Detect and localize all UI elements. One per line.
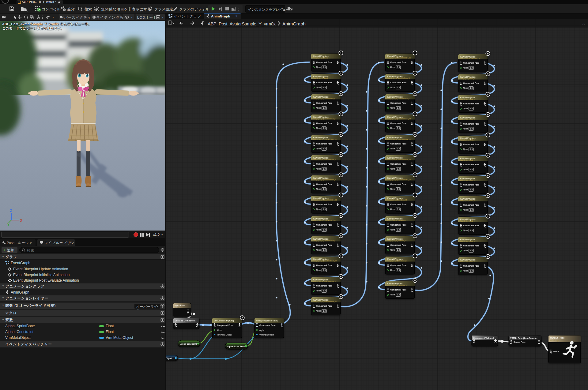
- svg-text:Z: Z: [10, 209, 12, 212]
- svg-text:Alpha: Alpha: [316, 66, 321, 69]
- svg-text:Root_J_Sec_L_SkirtBack_01: Root_J_Sec_L_SkirtBack_01: [387, 199, 407, 201]
- svg-text:1.0: 1.0: [470, 209, 473, 211]
- svg-text:Alpha: Alpha: [390, 148, 395, 150]
- svg-text:Alpha: Alpha: [390, 168, 395, 170]
- svg-text:Root_J_Sec_Hair1_07: Root_J_Sec_Hair1_07: [460, 179, 476, 181]
- svg-text:Root_J_Sec_Hair1_02: Root_J_Sec_Hair1_02: [460, 139, 476, 141]
- svg-text:Component Pose: Component Pose: [390, 61, 407, 64]
- svg-text:Alpha: Alpha: [390, 208, 395, 211]
- svg-text:1.0: 1.0: [470, 270, 473, 272]
- svg-text:Component Pose: Component Pose: [390, 143, 407, 145]
- svg-text:1.0: 1.0: [397, 269, 400, 271]
- svg-text:Component Pose: Component Pose: [316, 122, 333, 125]
- svg-text:Root_J_Sec_R_CoatSkirtFront_01: Root_J_Sec_R_CoatSkirtFront_01: [313, 179, 337, 181]
- svg-text:Alpha: Alpha: [390, 229, 395, 231]
- svg-text:Root_J_Sec_L_CoatSkirtFront_01: Root_J_Sec_L_CoatSkirtFront_01: [313, 118, 336, 120]
- svg-text:Alpha: Alpha: [463, 107, 468, 110]
- svg-text:1.0: 1.0: [470, 189, 473, 191]
- svg-text:Root_J_Sec_L_SkirtSide_01: Root_J_Sec_L_SkirtSide_01: [387, 240, 407, 242]
- svg-text:ABP_Post_AvatarSample_Y_vrm0x: ABP_Post_AvatarSample_Y_vrm0x: [208, 21, 276, 26]
- svg-text:Alpha: Alpha: [390, 294, 395, 296]
- svg-text:Local To Component: Local To Component: [175, 320, 196, 322]
- svg-text:Root_J_Sec_L_CoatSkirtSide1_01: Root_J_Sec_L_CoatSkirtSide1_01: [313, 138, 337, 140]
- svg-text:Object: Object: [166, 357, 172, 360]
- svg-text:Component Pose: Component Pose: [316, 163, 333, 165]
- svg-text:Alpha: Alpha: [316, 229, 321, 231]
- svg-text:Component Pose: Component Pose: [463, 204, 480, 206]
- svg-text:Component Pose: Component Pose: [316, 244, 333, 246]
- svg-text:Alpha: Alpha: [463, 209, 468, 211]
- svg-text:1.0: 1.0: [397, 66, 400, 68]
- svg-text:1.0: 1.0: [323, 168, 326, 170]
- svg-text:Root_J_Sec_L_CoatSkirtFront_03: Root_J_Sec_L_CoatSkirtFront_03: [387, 98, 410, 99]
- svg-text:VRM4U Pose (Auto Search): VRM4U Pose (Auto Search): [510, 337, 537, 339]
- svg-text:1.0: 1.0: [397, 86, 400, 88]
- svg-text:Source Pose: Source Pose: [514, 341, 526, 343]
- svg-text:Component Pose: Component Pose: [463, 62, 480, 64]
- svg-text:Component Pose: Component Pose: [316, 305, 333, 307]
- svg-text:Component Pose: Component Pose: [390, 122, 407, 125]
- svg-text:Component Pose: Component Pose: [316, 81, 333, 84]
- svg-text:Alpha: Alpha: [316, 107, 321, 109]
- svg-text:Alpha: Alpha: [390, 188, 395, 190]
- svg-text:Root_J_Sec_Hair1_06: Root_J_Sec_Hair1_06: [460, 200, 476, 201]
- svg-text:1.0: 1.0: [323, 249, 326, 251]
- svg-text:Component Pose: Component Pose: [390, 81, 407, 84]
- svg-text:1.0: 1.0: [470, 87, 473, 89]
- svg-text:Alpha: Alpha: [390, 249, 395, 251]
- svg-text:Vrm Meta Object: Vrm Meta Object: [259, 334, 274, 336]
- svg-text:Alpha: Alpha: [316, 310, 321, 312]
- svg-text:Component Pose: Component Pose: [463, 184, 480, 186]
- svg-text:Alpha: Alpha: [463, 229, 468, 232]
- svg-text:Root_J_Sec_R_SkirtBack_01: Root_J_Sec_R_SkirtBack_01: [387, 260, 407, 262]
- svg-text:Alpha: Alpha: [316, 290, 321, 292]
- svg-text:Alpha Sprint Bone: Alpha Sprint Bone: [227, 345, 245, 348]
- svg-text:Component Pose: Component Pose: [390, 163, 407, 165]
- svg-text:Alpha: Alpha: [463, 87, 468, 89]
- svg-text:ス: ス: [582, 22, 585, 25]
- svg-text:Root_J_Sec_L_CoatSkirtFront_02: Root_J_Sec_L_CoatSkirtFront_02: [313, 240, 336, 242]
- svg-text:Component Pose: Component Pose: [316, 264, 333, 267]
- svg-text:Root_J_Sec_R_SkirtFront_01: Root_J_Sec_R_SkirtFront_01: [387, 284, 408, 286]
- svg-text:1.0: 1.0: [470, 128, 473, 130]
- svg-text:Alpha: Alpha: [463, 67, 468, 69]
- svg-text:Component Pose: Component Pose: [390, 183, 407, 186]
- svg-text:Component Pose: Component Pose: [463, 163, 480, 166]
- svg-text:Component Pose: Component Pose: [316, 224, 333, 226]
- svg-text:Result: Result: [553, 351, 560, 353]
- svg-text:Alpha: Alpha: [463, 168, 468, 171]
- svg-text:1.0: 1.0: [470, 168, 473, 171]
- svg-text:Alpha: Alpha: [463, 249, 468, 252]
- svg-text:Root_J_Sec_L_CoatSkirtBack_01: Root_J_Sec_L_CoatSkirtBack_01: [313, 98, 336, 99]
- svg-text:1.0: 1.0: [397, 188, 400, 190]
- svg-text:Vrm Meta Object: Vrm Meta Object: [217, 334, 232, 336]
- svg-text:1.0: 1.0: [397, 229, 400, 231]
- svg-text:InPose: InPose: [175, 306, 179, 308]
- svg-text:Alpha: Alpha: [316, 208, 321, 211]
- svg-text:Alpha: Alpha: [316, 269, 321, 272]
- svg-text:Alpha: Alpha: [390, 107, 395, 109]
- svg-text:Alpha Constraint: Alpha Constraint: [180, 343, 197, 345]
- svg-text:Component Pose: Component Pose: [463, 224, 480, 227]
- svg-text:Y: Y: [7, 223, 9, 227]
- svg-text:Root_J_Sec_R_CoatSkirtSide1_03: Root_J_Sec_R_CoatSkirtSide1_03: [387, 179, 411, 181]
- svg-text:1.0: 1.0: [323, 208, 326, 210]
- svg-text:Component Pose: Component Pose: [259, 324, 276, 327]
- svg-text:1.0: 1.0: [470, 229, 473, 231]
- svg-text:1.0: 1.0: [470, 148, 473, 150]
- svg-text:Root_J_Sec_R_Bust1: Root_J_Sec_R_Bust1: [313, 77, 328, 79]
- svg-text:Alpha: Alpha: [390, 66, 395, 69]
- svg-text:1.0: 1.0: [470, 249, 473, 252]
- svg-text:Alpha: Alpha: [316, 249, 321, 251]
- svg-text:Alpha: Alpha: [217, 329, 222, 332]
- svg-text:Alpha: Alpha: [463, 270, 468, 272]
- svg-text:1.0: 1.0: [470, 67, 473, 69]
- svg-text:Root_J_Sec_L_Bust1: Root_J_Sec_L_Bust1: [313, 57, 328, 59]
- svg-text:Component Pose: Component Pose: [390, 264, 407, 267]
- svg-text:Root_J_Sec_L_CoatSkirtBack_03: Root_J_Sec_L_CoatSkirtBack_03: [387, 77, 410, 79]
- svg-text:Root_J_Sec_R_CoatSkirtFront_03: Root_J_Sec_R_CoatSkirtFront_03: [387, 159, 411, 160]
- svg-text:Alpha: Alpha: [463, 189, 468, 191]
- svg-text:Root_J_Sec_L_CoatSkirtSide1_03: Root_J_Sec_L_CoatSkirtSide1_03: [387, 118, 411, 120]
- svg-text:1.0: 1.0: [397, 208, 400, 210]
- svg-text:Alpha: Alpha: [390, 86, 395, 89]
